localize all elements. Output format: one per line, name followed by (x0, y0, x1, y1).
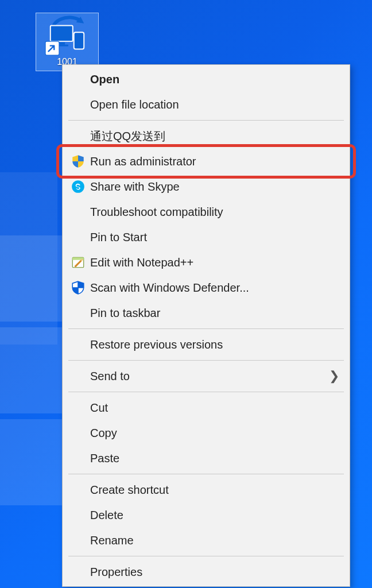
menu-item-label: Copy (90, 427, 339, 440)
menu-separator (68, 392, 344, 392)
menu-item-label: Pin to taskbar (90, 307, 339, 320)
svg-rect-1 (51, 26, 73, 41)
blank-icon (71, 482, 90, 498)
uac-shield-icon (71, 153, 90, 169)
menu-item-qq-send[interactable]: 通过QQ发送到 (63, 123, 350, 149)
blank-icon (71, 532, 90, 548)
menu-item-label: Send to (90, 370, 329, 383)
svg-rect-5 (74, 32, 84, 49)
menu-item-label: Edit with Notepad++ (90, 256, 339, 269)
skype-icon (71, 179, 90, 195)
svg-point-7 (72, 180, 84, 193)
menu-item-label: Restore previous versions (90, 338, 339, 351)
desktop-wallpaper: 1001 OpenOpen file location通过QQ发送到Run as… (0, 0, 372, 588)
blank-icon (71, 507, 90, 523)
blank-icon (71, 425, 90, 441)
menu-item-copy[interactable]: Copy (63, 420, 350, 446)
menu-item-label: Open (90, 73, 339, 86)
menu-item-pin-start[interactable]: Pin to Start (63, 225, 350, 250)
menu-separator (68, 120, 344, 121)
desktop-shortcut-icon[interactable]: 1001 (36, 13, 99, 71)
menu-item-pin-taskbar[interactable]: Pin to taskbar (63, 300, 350, 326)
menu-separator (68, 360, 344, 361)
blank-icon (71, 564, 90, 580)
menu-separator (68, 328, 344, 329)
menu-item-label: Create shortcut (90, 483, 339, 497)
menu-item-restore-versions[interactable]: Restore previous versions (63, 332, 350, 357)
menu-item-cut[interactable]: Cut (63, 395, 350, 420)
menu-item-label: Rename (90, 534, 339, 547)
menu-item-edit-notepadpp[interactable]: Edit with Notepad++ (63, 250, 350, 275)
menu-item-label: Delete (90, 509, 339, 522)
blank-icon (71, 96, 90, 113)
blank-icon (71, 204, 90, 220)
menu-item-open[interactable]: Open (63, 67, 350, 92)
menu-item-properties[interactable]: Properties (63, 559, 350, 585)
menu-separator (68, 474, 344, 474)
menu-item-rename[interactable]: Rename (63, 528, 350, 553)
blank-icon (71, 71, 90, 87)
menu-item-label: Properties (90, 566, 339, 579)
blank-icon (71, 336, 90, 353)
menu-item-label: Share with Skype (90, 180, 339, 194)
blank-icon (71, 128, 90, 144)
menu-item-label: Paste (90, 452, 339, 465)
notepadpp-icon (71, 254, 90, 270)
menu-item-create-shortcut[interactable]: Create shortcut (63, 477, 350, 502)
chevron-right-icon: ❯ (329, 369, 339, 384)
blank-icon (71, 400, 90, 416)
wallpaper-light (0, 419, 63, 505)
shortcut-arrow-icon (45, 41, 60, 56)
defender-icon (71, 280, 90, 296)
menu-item-label: Pin to Start (90, 231, 339, 244)
blank-icon (71, 368, 90, 384)
menu-item-paste[interactable]: Paste (63, 446, 350, 471)
menu-item-open-file-location[interactable]: Open file location (63, 92, 350, 117)
menu-item-label: 通过QQ发送到 (90, 129, 339, 144)
remote-display-icon (45, 16, 90, 55)
blank-icon (71, 229, 90, 245)
menu-item-troubleshoot[interactable]: Troubleshoot compatibility (63, 199, 350, 225)
menu-item-label: Scan with Windows Defender... (90, 281, 339, 295)
menu-separator (68, 556, 344, 556)
menu-item-run-as-admin[interactable]: Run as administrator (63, 149, 350, 174)
menu-item-share-skype[interactable]: Share with Skype (63, 174, 350, 199)
blank-icon (71, 305, 90, 321)
menu-item-label: Open file location (90, 98, 339, 111)
blank-icon (71, 450, 90, 466)
wallpaper-light (0, 172, 57, 345)
menu-item-scan-defender[interactable]: Scan with Windows Defender... (63, 275, 350, 300)
menu-item-label: Run as administrator (90, 155, 339, 168)
menu-item-label: Troubleshoot compatibility (90, 206, 339, 219)
context-menu: OpenOpen file location通过QQ发送到Run as admi… (62, 64, 350, 587)
menu-item-send-to[interactable]: Send to❯ (63, 363, 350, 389)
menu-item-label: Cut (90, 401, 339, 415)
menu-item-delete[interactable]: Delete (63, 502, 350, 528)
